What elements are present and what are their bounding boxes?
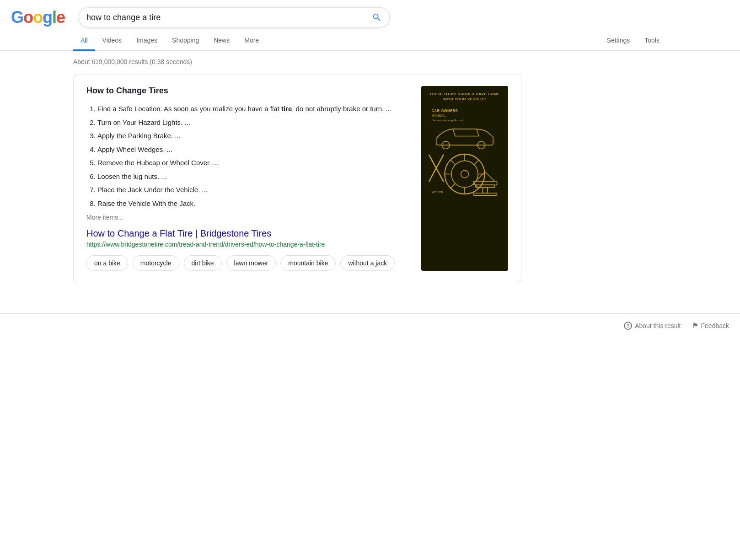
footer-row: ? About this result ⚑ Feedback: [0, 313, 740, 337]
car-manual-svg: CAR OWNERS MANUAL Owner's Working Manual: [427, 105, 503, 195]
svg-line-15: [450, 183, 455, 188]
tab-images[interactable]: Images: [129, 31, 165, 51]
logo-letter-l: l: [52, 8, 56, 27]
chip-motorcycle[interactable]: motorcycle: [133, 255, 179, 271]
chip-dirt-bike[interactable]: dirt bike: [184, 255, 222, 271]
tab-settings[interactable]: Settings: [600, 31, 638, 51]
svg-text:MANUAL: MANUAL: [431, 113, 445, 118]
svg-rect-21: [483, 188, 487, 193]
tab-shopping[interactable]: Shopping: [165, 31, 206, 51]
tab-news[interactable]: News: [206, 31, 237, 51]
svg-rect-22: [473, 193, 497, 195]
feedback-label: Feedback: [701, 322, 729, 329]
snippet-list: Find a Safe Location. As soon as you rea…: [86, 103, 410, 209]
results-area: About 619,000,000 results (0.38 seconds)…: [0, 51, 740, 299]
logo-letter-g: G: [11, 8, 23, 27]
search-button[interactable]: [372, 12, 382, 22]
logo-letter-g2: g: [43, 8, 52, 27]
search-icon: [372, 12, 382, 22]
list-item: Find a Safe Location. As soon as you rea…: [97, 103, 410, 115]
svg-rect-18: [473, 181, 497, 185]
header: Google: [0, 0, 740, 27]
svg-marker-20: [476, 172, 495, 182]
tab-videos[interactable]: Videos: [95, 31, 129, 51]
source-url: https://www.bridgestonetire.com/tread-an…: [86, 241, 410, 248]
feedback-item[interactable]: ⚑ Feedback: [692, 321, 729, 330]
chip-on-a-bike[interactable]: on a bike: [86, 255, 128, 271]
nav-tabs: All Videos Images Shopping News More Set…: [0, 31, 740, 51]
list-item: Loosen the lug nuts. ...: [97, 171, 410, 183]
chip-without-a-jack[interactable]: without a jack: [340, 255, 395, 271]
list-item: Remove the Hubcap or Wheel Cover. ...: [97, 157, 410, 169]
google-logo: Google: [11, 8, 65, 27]
search-input[interactable]: [86, 13, 372, 22]
logo-letter-e: e: [56, 8, 65, 27]
results-count: About 619,000,000 results (0.38 seconds): [73, 58, 667, 65]
list-item: Place the Jack Under the Vehicle. ...: [97, 184, 410, 196]
logo-letter-o2: o: [33, 8, 43, 27]
list-item: Turn on Your Hazard Lights. ...: [97, 117, 410, 129]
chip-mountain-bike[interactable]: mountain bike: [280, 255, 336, 271]
search-bar: [79, 7, 390, 27]
image-title: THESE ITEMS SHOULD HAVE COME WITH YOUR V…: [427, 92, 503, 102]
svg-point-7: [461, 171, 469, 178]
list-item: Raise the Vehicle With the Jack.: [97, 198, 410, 210]
svg-line-12: [450, 160, 455, 165]
logo-letter-o1: o: [23, 8, 33, 27]
svg-rect-19: [476, 185, 495, 188]
about-result-icon: ?: [624, 322, 632, 330]
snippet-title: How to Change Tires: [86, 86, 410, 96]
featured-snippet: How to Change Tires Find a Safe Location…: [73, 75, 521, 282]
list-item: Apply Wheel Wedges. ...: [97, 144, 410, 156]
svg-text:Owner's Working Manual: Owner's Working Manual: [431, 119, 463, 122]
tab-all[interactable]: All: [73, 31, 95, 51]
source-link-title[interactable]: How to Change a Flat Tire | Bridgestone …: [86, 228, 410, 239]
svg-text:Wrench: Wrench: [431, 190, 443, 194]
tab-tools[interactable]: Tools: [637, 31, 667, 51]
more-items[interactable]: More items...: [86, 214, 410, 221]
svg-text:CAR OWNERS: CAR OWNERS: [431, 108, 458, 113]
about-result-item[interactable]: ? About this result: [624, 322, 681, 330]
chip-lawn-mower[interactable]: lawn mower: [226, 255, 276, 271]
svg-point-6: [451, 161, 478, 188]
tab-more[interactable]: More: [237, 31, 266, 51]
list-item: Apply the Parking Brake. ...: [97, 130, 410, 142]
snippet-image: THESE ITEMS SHOULD HAVE COME WITH YOUR V…: [421, 86, 508, 271]
about-result-label: About this result: [635, 322, 681, 329]
snippet-content: How to Change Tires Find a Safe Location…: [86, 86, 410, 271]
related-chips: on a bike motorcycle dirt bike lawn mowe…: [86, 255, 410, 271]
svg-line-14: [474, 160, 479, 165]
feedback-icon: ⚑: [692, 321, 698, 330]
